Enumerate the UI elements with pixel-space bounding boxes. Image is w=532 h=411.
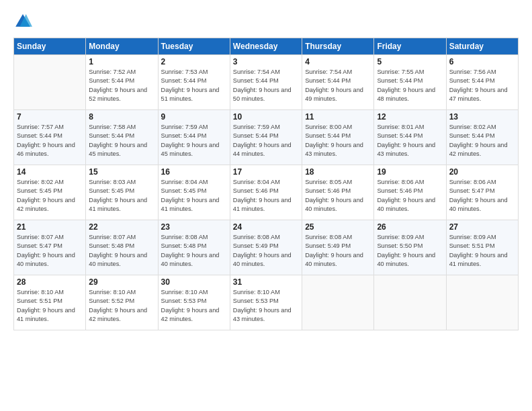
day-number: 30 (161, 277, 227, 287)
day-number: 2 (161, 57, 227, 66)
day-number: 20 (449, 167, 515, 177)
calendar-week-row: 28 Sunrise: 8:10 AM Sunset: 5:51 PM Dayl… (14, 275, 519, 330)
day-number: 10 (233, 112, 299, 122)
calendar-cell (446, 275, 518, 330)
day-info: Sunrise: 8:00 AM Sunset: 5:44 PM Dayligh… (305, 123, 371, 158)
calendar-cell: 19 Sunrise: 8:06 AM Sunset: 5:46 PM Dayl… (374, 165, 446, 220)
calendar-cell: 28 Sunrise: 8:10 AM Sunset: 5:51 PM Dayl… (14, 275, 86, 330)
calendar-cell: 22 Sunrise: 8:07 AM Sunset: 5:48 PM Dayl… (86, 220, 158, 275)
calendar-cell: 15 Sunrise: 8:03 AM Sunset: 5:45 PM Dayl… (86, 165, 158, 220)
calendar-week-row: 7 Sunrise: 7:57 AM Sunset: 5:44 PM Dayli… (14, 110, 519, 165)
calendar-cell: 23 Sunrise: 8:08 AM Sunset: 5:48 PM Dayl… (158, 220, 230, 275)
day-info: Sunrise: 8:05 AM Sunset: 5:46 PM Dayligh… (305, 178, 371, 214)
calendar-cell: 4 Sunrise: 7:54 AM Sunset: 5:44 PM Dayli… (302, 55, 374, 110)
day-info: Sunrise: 8:07 AM Sunset: 5:48 PM Dayligh… (89, 233, 154, 269)
day-number: 24 (233, 222, 299, 232)
day-info: Sunrise: 8:08 AM Sunset: 5:49 PM Dayligh… (233, 233, 299, 269)
calendar-cell: 21 Sunrise: 8:07 AM Sunset: 5:47 PM Dayl… (14, 220, 86, 275)
calendar-header-sunday: Sunday (14, 38, 86, 55)
day-info: Sunrise: 7:59 AM Sunset: 5:44 PM Dayligh… (161, 123, 227, 158)
generalblue-icon (13, 12, 32, 31)
day-number: 9 (161, 112, 227, 122)
day-number: 7 (17, 112, 83, 122)
day-info: Sunrise: 8:09 AM Sunset: 5:50 PM Dayligh… (377, 233, 443, 269)
day-info: Sunrise: 7:53 AM Sunset: 5:44 PM Dayligh… (161, 68, 227, 103)
calendar-cell: 1 Sunrise: 7:52 AM Sunset: 5:44 PM Dayli… (86, 55, 158, 110)
day-info: Sunrise: 8:08 AM Sunset: 5:49 PM Dayligh… (305, 233, 371, 269)
day-number: 14 (17, 167, 83, 177)
day-info: Sunrise: 8:10 AM Sunset: 5:53 PM Dayligh… (233, 288, 299, 324)
calendar-cell: 12 Sunrise: 8:01 AM Sunset: 5:44 PM Dayl… (374, 110, 446, 165)
day-number: 1 (89, 57, 154, 66)
day-info: Sunrise: 8:10 AM Sunset: 5:51 PM Dayligh… (17, 288, 83, 324)
day-number: 28 (17, 277, 83, 287)
day-info: Sunrise: 8:04 AM Sunset: 5:45 PM Dayligh… (161, 178, 227, 214)
day-number: 11 (305, 112, 371, 122)
day-info: Sunrise: 8:07 AM Sunset: 5:47 PM Dayligh… (17, 233, 83, 269)
calendar-header-thursday: Thursday (302, 38, 374, 55)
day-info: Sunrise: 8:01 AM Sunset: 5:44 PM Dayligh… (377, 123, 443, 158)
calendar-cell (374, 275, 446, 330)
calendar-cell: 7 Sunrise: 7:57 AM Sunset: 5:44 PM Dayli… (14, 110, 86, 165)
day-number: 23 (161, 222, 227, 232)
day-info: Sunrise: 8:04 AM Sunset: 5:46 PM Dayligh… (233, 178, 299, 214)
day-info: Sunrise: 7:52 AM Sunset: 5:44 PM Dayligh… (89, 68, 154, 103)
calendar-cell: 2 Sunrise: 7:53 AM Sunset: 5:44 PM Dayli… (158, 55, 230, 110)
day-number: 16 (161, 167, 227, 177)
calendar-week-row: 21 Sunrise: 8:07 AM Sunset: 5:47 PM Dayl… (14, 220, 519, 275)
day-number: 22 (89, 222, 154, 232)
day-number: 12 (377, 112, 443, 122)
page: SundayMondayTuesdayWednesdayThursdayFrid… (0, 0, 532, 411)
day-info: Sunrise: 8:06 AM Sunset: 5:47 PM Dayligh… (449, 178, 515, 214)
day-number: 21 (17, 222, 83, 232)
calendar-cell: 10 Sunrise: 7:59 AM Sunset: 5:44 PM Dayl… (230, 110, 302, 165)
calendar-cell: 8 Sunrise: 7:58 AM Sunset: 5:44 PM Dayli… (86, 110, 158, 165)
calendar-cell: 30 Sunrise: 8:10 AM Sunset: 5:53 PM Dayl… (158, 275, 230, 330)
day-number: 13 (449, 112, 515, 122)
day-number: 17 (233, 167, 299, 177)
day-info: Sunrise: 8:09 AM Sunset: 5:51 PM Dayligh… (449, 233, 515, 269)
calendar-cell: 13 Sunrise: 8:02 AM Sunset: 5:44 PM Dayl… (446, 110, 518, 165)
day-number: 18 (305, 167, 371, 177)
calendar-cell: 9 Sunrise: 7:59 AM Sunset: 5:44 PM Dayli… (158, 110, 230, 165)
day-number: 26 (377, 222, 443, 232)
calendar-cell: 3 Sunrise: 7:54 AM Sunset: 5:44 PM Dayli… (230, 55, 302, 110)
day-info: Sunrise: 7:58 AM Sunset: 5:44 PM Dayligh… (89, 123, 154, 158)
calendar-header-row: SundayMondayTuesdayWednesdayThursdayFrid… (14, 38, 519, 55)
calendar-cell: 6 Sunrise: 7:56 AM Sunset: 5:44 PM Dayli… (446, 55, 518, 110)
day-info: Sunrise: 8:10 AM Sunset: 5:52 PM Dayligh… (89, 288, 154, 324)
calendar-cell: 29 Sunrise: 8:10 AM Sunset: 5:52 PM Dayl… (86, 275, 158, 330)
calendar-cell (14, 55, 86, 110)
calendar-cell: 25 Sunrise: 8:08 AM Sunset: 5:49 PM Dayl… (302, 220, 374, 275)
header (13, 12, 519, 31)
day-number: 4 (305, 57, 371, 66)
calendar-header-monday: Monday (86, 38, 158, 55)
day-info: Sunrise: 8:08 AM Sunset: 5:48 PM Dayligh… (161, 233, 227, 269)
calendar-cell: 26 Sunrise: 8:09 AM Sunset: 5:50 PM Dayl… (374, 220, 446, 275)
calendar-cell: 14 Sunrise: 8:02 AM Sunset: 5:45 PM Dayl… (14, 165, 86, 220)
day-info: Sunrise: 8:10 AM Sunset: 5:53 PM Dayligh… (161, 288, 227, 324)
day-info: Sunrise: 7:54 AM Sunset: 5:44 PM Dayligh… (305, 68, 371, 103)
calendar-cell: 24 Sunrise: 8:08 AM Sunset: 5:49 PM Dayl… (230, 220, 302, 275)
day-number: 27 (449, 222, 515, 232)
calendar-cell: 27 Sunrise: 8:09 AM Sunset: 5:51 PM Dayl… (446, 220, 518, 275)
day-number: 25 (305, 222, 371, 232)
day-info: Sunrise: 7:59 AM Sunset: 5:44 PM Dayligh… (233, 123, 299, 158)
calendar-header-wednesday: Wednesday (230, 38, 302, 55)
calendar-cell: 20 Sunrise: 8:06 AM Sunset: 5:47 PM Dayl… (446, 165, 518, 220)
calendar-cell: 5 Sunrise: 7:55 AM Sunset: 5:44 PM Dayli… (374, 55, 446, 110)
day-number: 19 (377, 167, 443, 177)
day-info: Sunrise: 8:02 AM Sunset: 5:44 PM Dayligh… (449, 123, 515, 158)
day-number: 31 (233, 277, 299, 287)
calendar-cell: 17 Sunrise: 8:04 AM Sunset: 5:46 PM Dayl… (230, 165, 302, 220)
calendar-cell: 16 Sunrise: 8:04 AM Sunset: 5:45 PM Dayl… (158, 165, 230, 220)
day-info: Sunrise: 8:06 AM Sunset: 5:46 PM Dayligh… (377, 178, 443, 214)
calendar-cell (302, 275, 374, 330)
calendar-header-friday: Friday (374, 38, 446, 55)
calendar-week-row: 14 Sunrise: 8:02 AM Sunset: 5:45 PM Dayl… (14, 165, 519, 220)
logo (13, 12, 35, 31)
day-info: Sunrise: 8:03 AM Sunset: 5:45 PM Dayligh… (89, 178, 154, 214)
calendar-cell: 18 Sunrise: 8:05 AM Sunset: 5:46 PM Dayl… (302, 165, 374, 220)
day-info: Sunrise: 7:55 AM Sunset: 5:44 PM Dayligh… (377, 68, 443, 103)
calendar-cell: 11 Sunrise: 8:00 AM Sunset: 5:44 PM Dayl… (302, 110, 374, 165)
